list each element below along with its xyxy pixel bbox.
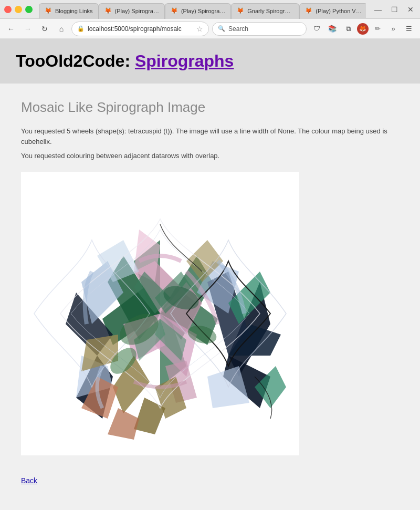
page-body: Mosaic Like Spirograph Image You request…	[0, 84, 420, 501]
tab-label: Blogging Links	[55, 8, 93, 14]
title-bar: 🦊 Blogging Links 🦊 (Play) Spirogra… 🦊 (P…	[0, 0, 420, 19]
window-controls	[4, 6, 33, 13]
site-title: TooOld2Code: Spirographs	[16, 51, 404, 71]
lock-icon: 🔒	[77, 25, 85, 32]
tab-label: (Play) Spirogra…	[115, 8, 159, 14]
back-button[interactable]: ←	[4, 22, 18, 36]
pencil-icon-button[interactable]: ✏	[371, 22, 384, 36]
tab-play-python[interactable]: 🦊 (Play) Python V…	[299, 3, 366, 19]
maximize-button[interactable]	[25, 6, 33, 13]
tab-label: (Play) Python V…	[316, 8, 361, 14]
tab-blogging-links[interactable]: 🦊 Blogging Links	[39, 3, 99, 19]
tab-play-spirograph-2[interactable]: 🦊 (Play) Spirogra…	[99, 3, 165, 19]
reload-button[interactable]: ↻	[38, 22, 51, 36]
tab-play-spirograph-3[interactable]: 🦊 (Play) Spirogra…	[165, 3, 231, 19]
search-placeholder-text: Search	[228, 25, 248, 33]
site-link[interactable]: Spirographs	[135, 51, 234, 70]
search-bar[interactable]: 🔍 Search	[212, 22, 307, 36]
forward-button[interactable]: →	[21, 22, 35, 36]
address-text: localhost:5000/spirograph/mosaic	[88, 25, 193, 33]
home-button[interactable]: ⌂	[55, 22, 68, 36]
description-line-2: You requested colouring between adjacent…	[21, 151, 399, 161]
spirograph-svg	[29, 177, 291, 450]
maximize-window-button[interactable]: ☐	[389, 4, 400, 15]
back-link[interactable]: Back	[21, 476, 37, 485]
page-content: TooOld2Code: Spirographs Mosaic Like Spi…	[0, 39, 420, 506]
close-button[interactable]	[4, 6, 12, 13]
bookmark-star-icon[interactable]: ☆	[196, 25, 203, 33]
shield-icon-button[interactable]: 🛡	[310, 22, 323, 36]
section-title: Mosaic Like Spirograph Image	[21, 99, 399, 116]
tab-favicon: 🦊	[104, 7, 112, 15]
menu-button[interactable]: ☰	[402, 22, 416, 36]
tab-favicon: 🦊	[305, 7, 312, 15]
address-bar[interactable]: 🔒 localhost:5000/spirograph/mosaic ☆	[71, 22, 209, 36]
site-name-text: TooOld2Code:	[16, 51, 130, 70]
profile-avatar[interactable]: 🦊	[357, 23, 369, 35]
nav-bar: ← → ↻ ⌂ 🔒 localhost:5000/spirograph/mosa…	[0, 19, 420, 39]
spirograph-image-container	[21, 172, 299, 455]
tabs-container: 🦊 Blogging Links 🦊 (Play) Spirogra… 🦊 (P…	[39, 0, 366, 19]
window-right-controls: — ☐ ✕	[372, 4, 416, 15]
tab-label: Gnarly Spirogra…	[247, 8, 293, 14]
tab-label: (Play) Spirogra…	[181, 8, 225, 14]
tab-favicon: 🦊	[171, 7, 178, 15]
bookmarks-icon-button[interactable]: 📚	[326, 22, 339, 36]
tabs-icon-button[interactable]: ⧉	[341, 22, 355, 36]
minimize-window-button[interactable]: —	[372, 4, 384, 15]
description-line-1: You requested 5 wheels (shape(s): tetrac…	[21, 126, 399, 147]
tab-gnarly-spirograph[interactable]: 🦊 Gnarly Spirogra…	[231, 3, 299, 19]
minimize-button[interactable]	[15, 6, 22, 13]
tab-favicon: 🦊	[237, 7, 244, 15]
page-header: TooOld2Code: Spirographs	[0, 39, 420, 84]
tab-favicon: 🦊	[45, 7, 52, 15]
close-window-button[interactable]: ✕	[405, 4, 416, 15]
browser-window: 🦊 Blogging Links 🦊 (Play) Spirogra… 🦊 (P…	[0, 0, 420, 510]
more-tools-button[interactable]: »	[386, 22, 400, 36]
search-icon: 🔍	[218, 25, 225, 32]
nav-icons: 🛡 📚 ⧉ 🦊 ✏ » ☰	[310, 22, 416, 36]
